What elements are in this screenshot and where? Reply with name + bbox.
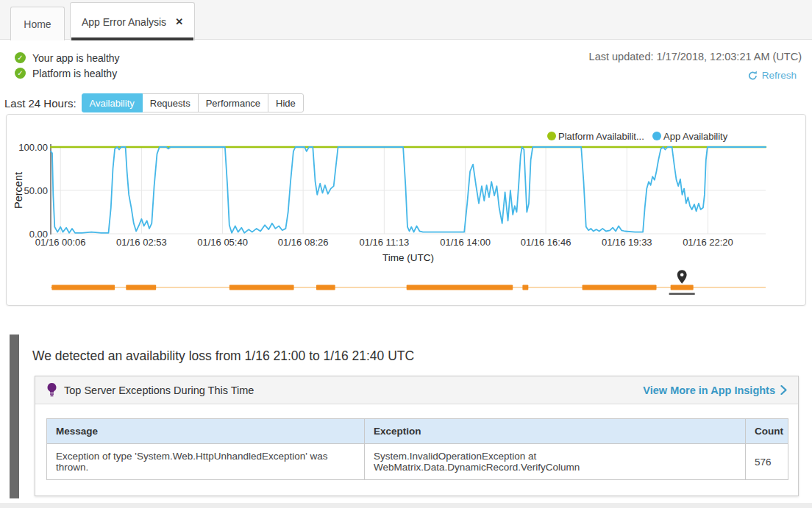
x-tick-label: 01/16 16:46: [521, 237, 571, 248]
column-header-message: Message: [47, 419, 365, 444]
x-tick-label: 01/16 19:33: [602, 237, 652, 248]
tab-app-error-analysis[interactable]: App Error Analysis ✕: [70, 2, 195, 40]
availability-chart: 0.0050.00100.0001/16 00:0601/16 02:5301/…: [7, 115, 805, 305]
availability-loss-heading: We detected an availability loss from 1/…: [32, 348, 414, 364]
y-tick-label: 50.00: [24, 185, 48, 196]
requests-button[interactable]: Requests: [142, 93, 199, 112]
tab-home-label: Home: [24, 18, 51, 30]
platform-health-label: Platform is healthy: [32, 68, 117, 79]
legend-dot: [652, 132, 661, 140]
metric-button-group: Availability Requests Performance Hide: [82, 93, 304, 112]
map-pin-icon[interactable]: [677, 270, 687, 283]
tab-bar: Home App Error Analysis ✕: [0, 0, 812, 40]
downtime-segment[interactable]: [407, 285, 513, 290]
downtime-segment[interactable]: [583, 285, 657, 290]
downtime-segment[interactable]: [229, 285, 294, 290]
availability-button[interactable]: Availability: [82, 93, 143, 112]
exceptions-table: Message Exception Count Exception of typ…: [46, 418, 788, 480]
x-axis-title: Time (UTC): [382, 252, 434, 263]
x-tick-label: 01/16 00:06: [35, 237, 86, 248]
lightbulb-icon: [46, 383, 57, 397]
cell-count: 576: [746, 444, 788, 480]
check-circle-icon: ✓: [15, 68, 26, 79]
series-line-1: [51, 147, 766, 233]
x-tick-label: 01/16 22:20: [683, 237, 733, 248]
health-status: ✓ Your app is healthy ✓ Platform is heal…: [15, 50, 120, 81]
downtime-segment[interactable]: [126, 285, 156, 290]
insight-accent-bar: [10, 335, 19, 498]
platform-health-row: ✓ Platform is healthy: [15, 65, 120, 81]
availability-chart-card: 0.0050.00100.0001/16 00:0601/16 02:5301/…: [6, 114, 806, 306]
panel-title: Top Server Exceptions During This Time: [64, 384, 254, 396]
view-more-label: View More in App Insights: [643, 384, 775, 396]
table-header-row: Message Exception Count: [47, 419, 788, 444]
x-tick-label: 01/16 05:40: [197, 237, 248, 248]
close-icon[interactable]: ✕: [175, 16, 183, 27]
x-tick-label: 01/16 14:00: [440, 237, 491, 248]
legend-dot: [547, 132, 556, 140]
cell-exception: System.InvalidOperationException at WebM…: [365, 444, 746, 480]
time-range-label: Last 24 Hours:: [4, 97, 76, 110]
legend-label: Platform Availabilit...: [558, 131, 644, 142]
view-more-link[interactable]: View More in App Insights: [643, 384, 787, 396]
footer-strip: [0, 503, 812, 508]
column-header-exception: Exception: [365, 419, 746, 444]
tab-home[interactable]: Home: [10, 7, 65, 40]
table-row: Exception of type 'System.Web.HttpUnhand…: [47, 444, 788, 480]
time-range-controls: Last 24 Hours: Availability Requests Per…: [4, 93, 304, 112]
x-tick-label: 01/16 02:53: [116, 237, 167, 248]
cell-message: Exception of type 'System.Web.HttpUnhand…: [47, 444, 365, 480]
app-health-label: Your app is healthy: [32, 52, 120, 64]
y-tick-label: 100.00: [18, 142, 48, 153]
chevron-right-icon: [780, 385, 787, 395]
x-tick-label: 01/16 08:26: [278, 237, 329, 248]
selected-segment-underline: [669, 293, 695, 295]
top-exceptions-panel: Top Server Exceptions During This Time V…: [35, 376, 799, 496]
column-header-count: Count: [746, 419, 788, 444]
performance-button[interactable]: Performance: [198, 93, 268, 112]
legend-label: App Availability: [663, 131, 728, 142]
downtime-segment[interactable]: [316, 285, 335, 290]
x-tick-label: 01/16 11:13: [359, 237, 409, 248]
panel-header: Top Server Exceptions During This Time V…: [35, 376, 798, 404]
refresh-button[interactable]: Refresh: [748, 70, 797, 81]
last-updated-text: Last updated: 1/17/2018, 12:03:21 AM (UT…: [589, 51, 802, 62]
downtime-segment[interactable]: [671, 285, 694, 290]
hide-button[interactable]: Hide: [268, 93, 304, 112]
app-health-row: ✓ Your app is healthy: [15, 50, 120, 65]
y-axis-title: Percent: [13, 172, 24, 209]
downtime-segment[interactable]: [51, 285, 115, 290]
check-circle-icon: ✓: [15, 52, 26, 63]
tab-active-label: App Error Analysis: [82, 16, 166, 28]
active-tab-underline: [71, 37, 193, 40]
refresh-icon: [748, 71, 758, 80]
refresh-label: Refresh: [762, 70, 797, 81]
downtime-segment[interactable]: [522, 285, 528, 290]
